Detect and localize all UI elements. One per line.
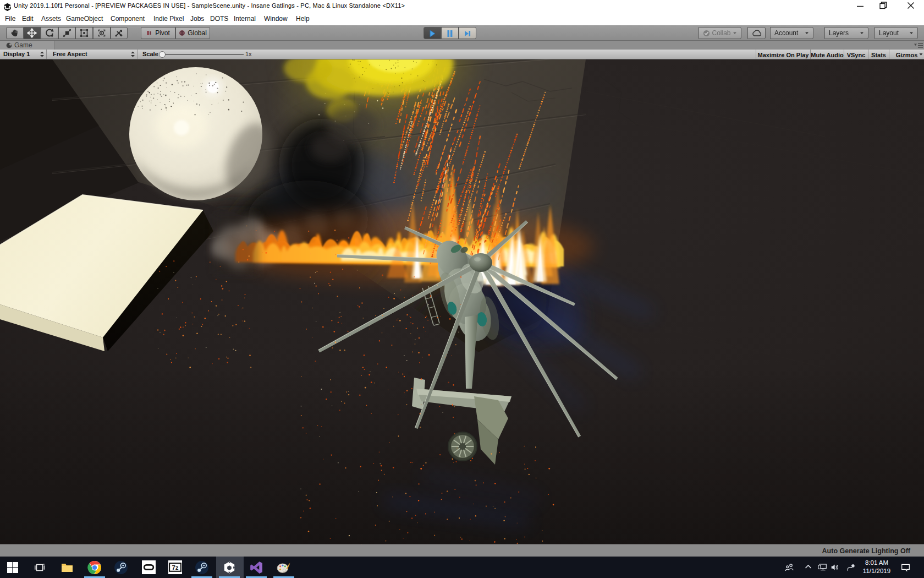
svg-text:7z: 7z bbox=[172, 564, 178, 571]
